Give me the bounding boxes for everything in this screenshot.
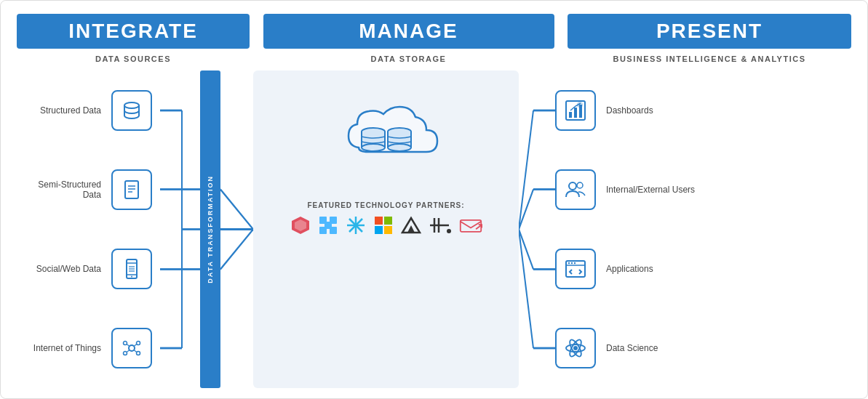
data-sources-col: Structured Data Semi-Structured Data	[17, 70, 160, 388]
snowflake-icon	[346, 215, 366, 235]
source-label-social: Social/Web Data	[23, 264, 101, 274]
source-label-structured: Structured Data	[23, 105, 101, 116]
left-to-center-svg	[220, 70, 253, 388]
microsoft-icon	[373, 215, 394, 235]
output-row-applications: Applications	[555, 249, 845, 289]
integrate-section-header: INTEGRATE DATA SOURCES	[17, 14, 250, 63]
network-icon	[120, 336, 143, 360]
svg-point-80	[577, 182, 583, 188]
svg-point-13	[124, 342, 127, 345]
present-section-header: PRESENT BUSINESS INTELLIGENCE & ANALYTIC…	[568, 14, 851, 63]
transform-label: DATA TRANSFORMATION	[207, 175, 214, 283]
svg-rect-54	[375, 217, 383, 225]
present-badge: PRESENT	[568, 14, 851, 49]
present-subtitle: BUSINESS INTELLIGENCE & ANALYTICS	[613, 55, 805, 63]
atom-icon	[564, 336, 587, 360]
iot-icon-box	[111, 328, 152, 368]
chart-icon	[564, 99, 587, 122]
integrate-badge: INTEGRATE	[17, 14, 250, 49]
svg-point-86	[573, 346, 578, 350]
source-label-iot: Internet of Things	[23, 343, 101, 353]
svg-point-79	[569, 182, 576, 190]
users-icon	[564, 178, 587, 201]
right-panel: Dashboards Internal/External Users	[555, 70, 851, 388]
left-panel: Structured Data Semi-Structured Data	[17, 70, 253, 388]
mobile-icon	[120, 257, 143, 281]
svg-point-53	[354, 223, 358, 227]
datascience-icon-box	[555, 328, 596, 368]
svg-line-20	[134, 350, 137, 352]
talend-cross-icon	[318, 215, 338, 235]
dashboards-icon-box	[555, 90, 596, 131]
transform-bar: DATA TRANSFORMATION	[200, 70, 220, 388]
structured-data-icon-box	[111, 90, 152, 131]
database-icon	[120, 99, 143, 122]
output-label-applications: Applications	[606, 264, 722, 274]
svg-rect-57	[384, 226, 392, 234]
svg-rect-75	[569, 112, 572, 118]
svg-line-31	[220, 230, 253, 270]
svg-line-29	[220, 190, 253, 230]
svg-rect-56	[375, 226, 383, 234]
content-area: Structured Data Semi-Structured Data	[17, 70, 851, 388]
svg-point-84	[571, 262, 573, 264]
svg-point-15	[124, 352, 127, 355]
svg-rect-55	[384, 217, 392, 225]
output-row-dashboards: Dashboards	[555, 90, 845, 131]
source-row-iot: Internet of Things	[23, 328, 160, 368]
source-label-semi: Semi-Structured Data	[23, 180, 101, 200]
cloud-storage-graphic	[314, 79, 459, 196]
svg-point-14	[137, 342, 140, 345]
svg-point-63	[447, 229, 451, 233]
sendgrid-icon	[459, 215, 482, 235]
svg-point-41	[388, 144, 411, 151]
output-label-dashboards: Dashboards	[606, 105, 722, 116]
tech-partner-icons	[290, 215, 482, 235]
code-icon	[564, 257, 587, 281]
svg-marker-59	[407, 225, 415, 233]
manage-subtitle: DATA STORAGE	[371, 55, 447, 63]
svg-point-36	[362, 144, 385, 151]
svg-line-65	[476, 225, 481, 229]
output-row-users: Internal/External Users	[555, 169, 845, 210]
source-row-semi: Semi-Structured Data	[23, 169, 160, 210]
amplitude-icon	[401, 215, 421, 235]
svg-rect-76	[574, 108, 577, 118]
talend-icon	[429, 215, 452, 235]
svg-point-8	[131, 276, 132, 278]
social-web-icon-box	[111, 249, 152, 289]
svg-line-18	[134, 344, 137, 347]
top-headers: INTEGRATE DATA SOURCES MANAGE DATA STORA…	[17, 14, 851, 63]
applications-icon-box	[555, 249, 596, 289]
output-label-users: Internal/External Users	[606, 185, 722, 195]
semi-structured-icon-box	[111, 169, 152, 210]
source-row-structured: Structured Data	[23, 90, 160, 131]
svg-point-85	[574, 262, 576, 264]
left-connector-svg	[160, 70, 200, 388]
svg-point-16	[137, 352, 140, 355]
output-label-datascience: Data Science	[606, 343, 722, 353]
manage-section-header: MANAGE DATA STORAGE	[263, 14, 554, 63]
document-icon	[120, 178, 143, 201]
svg-line-19	[127, 350, 130, 352]
center-to-right-svg	[519, 70, 555, 388]
svg-rect-1	[125, 181, 138, 198]
manage-badge: MANAGE	[263, 14, 554, 49]
svg-line-17	[127, 344, 130, 347]
tech-partners-section: FEATURED TECHNOLOGY PARTNERS:	[290, 201, 482, 235]
segment-icon	[290, 215, 311, 235]
svg-rect-64	[460, 220, 480, 232]
svg-rect-48	[324, 222, 332, 229]
main-container: INTEGRATE DATA SOURCES MANAGE DATA STORA…	[0, 0, 868, 399]
center-panel: FEATURED TECHNOLOGY PARTNERS:	[253, 70, 519, 388]
integrate-subtitle: DATA SOURCES	[95, 55, 171, 63]
source-row-social: Social/Web Data	[23, 249, 160, 289]
output-row-datascience: Data Science	[555, 328, 845, 368]
svg-point-0	[124, 102, 139, 108]
svg-point-83	[568, 262, 570, 264]
tech-partners-label: FEATURED TECHNOLOGY PARTNERS:	[290, 201, 482, 209]
users-icon-box	[555, 169, 596, 210]
